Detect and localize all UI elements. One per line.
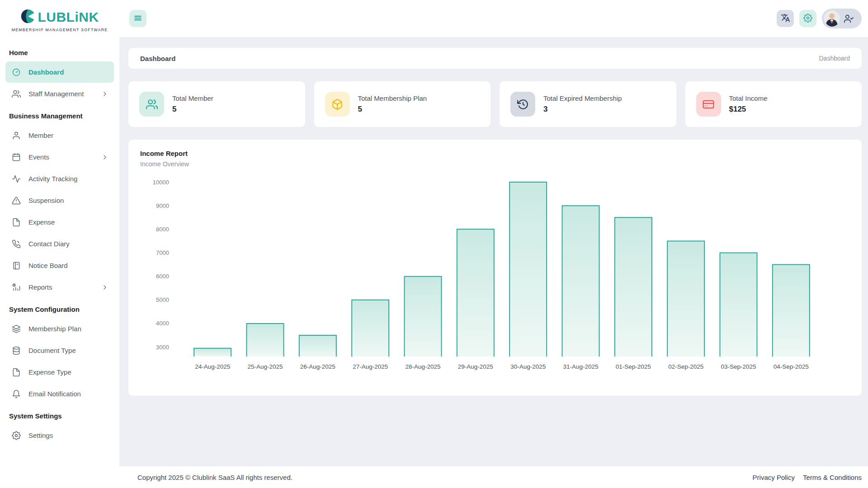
file-icon bbox=[12, 218, 21, 227]
settings-button[interactable] bbox=[799, 10, 816, 27]
topbar bbox=[119, 0, 868, 37]
settings-gear-icon bbox=[803, 14, 812, 24]
income-bar[interactable] bbox=[405, 277, 442, 357]
brand-logo[interactable]: LUBLiNK MEMBERSHIP MANAGEMENT SOFTWARE bbox=[0, 0, 119, 37]
chevron-right-icon bbox=[101, 90, 108, 98]
stats-row: Total Member5Total Membership Plan5Total… bbox=[128, 81, 862, 127]
footer-link-terms-conditions[interactable]: Terms & Conditions bbox=[803, 474, 862, 481]
sidebar-item-staff-management[interactable]: Staff Management bbox=[5, 83, 114, 104]
package-icon bbox=[325, 92, 350, 117]
y-axis-tick: 10000 bbox=[153, 179, 169, 186]
y-axis-tick: 7000 bbox=[156, 249, 169, 256]
stat-value: $125 bbox=[729, 105, 768, 114]
income-bar[interactable] bbox=[667, 241, 704, 357]
brand-name: LUBLiNK bbox=[38, 10, 99, 24]
sidebar: LUBLiNK MEMBERSHIP MANAGEMENT SOFTWARE H… bbox=[0, 0, 119, 488]
sidebar-item-label: Reports bbox=[28, 283, 52, 291]
sidebar-section-label: System Settings bbox=[0, 405, 119, 424]
footer-link-privacy-policy[interactable]: Privacy Policy bbox=[753, 474, 795, 481]
chart-title: Income Report bbox=[140, 150, 850, 157]
x-axis-label: 26-Aug-2025 bbox=[300, 363, 335, 370]
x-axis-label: 04-Sep-2025 bbox=[774, 363, 809, 370]
sidebar-item-membership-plan[interactable]: Membership Plan bbox=[5, 318, 114, 339]
language-button[interactable] bbox=[777, 10, 794, 27]
page-title: Dashboard bbox=[140, 55, 175, 62]
income-bar[interactable] bbox=[457, 229, 494, 357]
profile-menu[interactable] bbox=[822, 9, 862, 28]
sidebar-item-label: Settings bbox=[28, 432, 53, 439]
brand-tagline: MEMBERSHIP MANAGEMENT SOFTWARE bbox=[12, 28, 108, 32]
chevron-right-icon bbox=[101, 284, 108, 291]
stat-value: 3 bbox=[543, 105, 622, 114]
sidebar-item-dashboard[interactable]: Dashboard bbox=[5, 61, 114, 83]
members-group-icon bbox=[139, 92, 164, 117]
income-bar[interactable] bbox=[615, 217, 652, 357]
income-bar[interactable] bbox=[247, 324, 284, 357]
phone-call-icon bbox=[12, 239, 21, 249]
x-axis-label: 28-Aug-2025 bbox=[405, 363, 440, 370]
sidebar-item-contact-diary[interactable]: Contact Diary bbox=[5, 233, 114, 254]
sidebar-item-label: Notice Board bbox=[28, 262, 68, 269]
income-bar[interactable] bbox=[509, 182, 547, 357]
x-axis-label: 29-Aug-2025 bbox=[458, 363, 493, 370]
alert-triangle-icon bbox=[12, 196, 21, 205]
sidebar-item-member[interactable]: Member bbox=[5, 125, 114, 146]
stat-card-total-income: Total Income$125 bbox=[685, 81, 862, 127]
sidebar-nav: HomeDashboardStaff ManagementBusiness Ma… bbox=[0, 37, 119, 446]
app-root: LUBLiNK MEMBERSHIP MANAGEMENT SOFTWARE H… bbox=[0, 0, 868, 488]
sidebar-item-label: Expense bbox=[28, 218, 55, 226]
sidebar-item-label: Email Notification bbox=[28, 390, 81, 398]
sidebar-item-label: Activity Tracking bbox=[28, 175, 77, 183]
sidebar-item-label: Contact Diary bbox=[28, 240, 70, 248]
sidebar-item-label: Membership Plan bbox=[28, 325, 81, 333]
content-area: Dashboard Dashboard Total Member5Total M… bbox=[119, 37, 868, 466]
sidebar-item-suspension[interactable]: Suspension bbox=[5, 190, 114, 211]
gear-icon bbox=[12, 431, 21, 440]
main-column: Dashboard Dashboard Total Member5Total M… bbox=[119, 0, 868, 488]
sidebar-item-label: Events bbox=[28, 153, 49, 161]
x-axis-label: 30-Aug-2025 bbox=[510, 363, 546, 370]
sidebar-item-notice-board[interactable]: Notice Board bbox=[5, 255, 114, 276]
y-axis-tick: 6000 bbox=[156, 273, 169, 280]
sidebar-item-label: Member bbox=[28, 131, 53, 139]
brand-logo-icon bbox=[20, 9, 36, 26]
history-icon bbox=[510, 92, 535, 117]
sidebar-item-document-type[interactable]: Document Type bbox=[5, 340, 114, 361]
avatar bbox=[824, 10, 840, 27]
income-bar[interactable] bbox=[194, 348, 231, 357]
y-axis-tick: 9000 bbox=[156, 202, 169, 209]
file-icon bbox=[12, 368, 21, 377]
income-bar[interactable] bbox=[299, 335, 336, 357]
income-bar[interactable] bbox=[773, 265, 810, 357]
y-axis-tick: 4000 bbox=[156, 320, 169, 327]
sidebar-section-label: Business Management bbox=[0, 105, 119, 124]
sidebar-item-expense[interactable]: Expense bbox=[5, 211, 114, 233]
menu-icon bbox=[133, 14, 142, 24]
income-bar[interactable] bbox=[352, 300, 389, 357]
report-chart-icon bbox=[12, 283, 21, 292]
sidebar-item-settings[interactable]: Settings bbox=[5, 425, 114, 446]
menu-toggle-button[interactable] bbox=[129, 10, 146, 27]
y-axis-tick: 8000 bbox=[156, 226, 169, 233]
users-icon bbox=[12, 89, 21, 99]
sidebar-section-label: System Configuration bbox=[0, 298, 119, 318]
stat-value: 5 bbox=[358, 105, 427, 114]
income-bar[interactable] bbox=[562, 206, 599, 357]
y-axis-tick: 3000 bbox=[156, 344, 169, 351]
stat-label: Total Expired Membership bbox=[543, 94, 622, 102]
x-axis-label: 31-Aug-2025 bbox=[563, 363, 598, 370]
x-axis-label: 27-Aug-2025 bbox=[353, 363, 388, 370]
income-bar[interactable] bbox=[720, 253, 757, 357]
user-check-icon bbox=[844, 14, 854, 23]
stat-card-total-member: Total Member5 bbox=[128, 81, 305, 127]
sidebar-item-reports[interactable]: Reports bbox=[5, 277, 114, 298]
sidebar-item-expense-type[interactable]: Expense Type bbox=[5, 361, 114, 383]
database-icon bbox=[12, 346, 21, 355]
sidebar-item-label: Suspension bbox=[28, 197, 64, 204]
stat-label: Total Income bbox=[729, 94, 768, 102]
sidebar-item-email-notification[interactable]: Email Notification bbox=[5, 383, 114, 404]
sidebar-section-label: Home bbox=[0, 42, 119, 61]
sidebar-item-activity-tracking[interactable]: Activity Tracking bbox=[5, 168, 114, 189]
sidebar-item-events[interactable]: Events bbox=[5, 146, 114, 168]
stat-card-total-expired-membership: Total Expired Membership3 bbox=[500, 81, 676, 127]
